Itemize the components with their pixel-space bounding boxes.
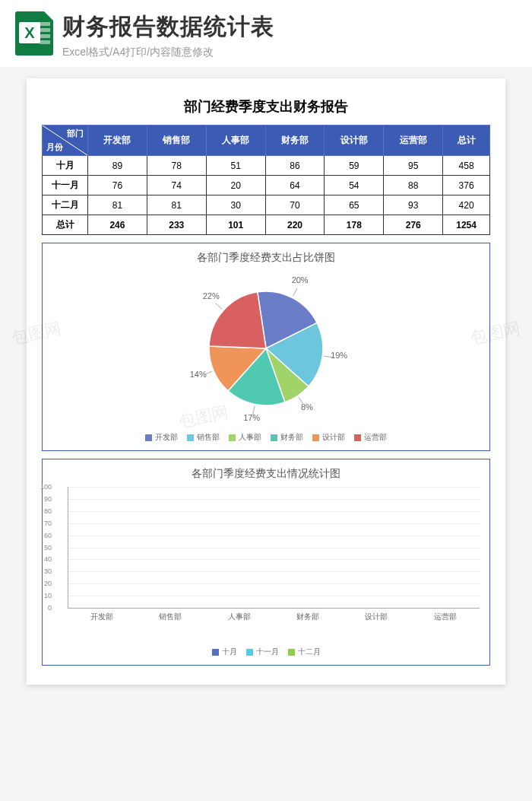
bar-chart-box: 各部门季度经费支出情况统计图 0102030405060708090100 开发…	[42, 459, 490, 666]
legend-label: 人事部	[239, 432, 261, 443]
pie-chart-box: 各部门季度经费支出占比饼图 20%19%8%17%14%22% 开发部销售部人事…	[42, 243, 490, 451]
cell: 95	[384, 156, 443, 176]
legend-label: 财务部	[280, 432, 303, 443]
legend-swatch	[271, 434, 277, 441]
cell: 233	[147, 215, 206, 235]
cell: 89	[88, 156, 147, 176]
excel-icon-letter: X	[19, 22, 40, 43]
legend-item: 十月	[212, 647, 237, 657]
legend-item: 人事部	[229, 432, 261, 443]
cell: 59	[325, 156, 384, 176]
col-header: 设计部	[325, 126, 384, 156]
cell: 81	[147, 195, 206, 215]
cell: 1254	[443, 215, 490, 235]
cell: 78	[147, 156, 206, 176]
y-tick: 100	[40, 483, 52, 491]
y-tick: 90	[44, 495, 52, 503]
bar-legend: 十月十一月十二月	[49, 647, 483, 657]
cell: 276	[384, 215, 443, 235]
pie-chart: 20%19%8%17%14%22%	[167, 272, 365, 424]
table-row: 十二月818130706593420	[43, 195, 490, 215]
cell: 86	[265, 156, 325, 176]
cell: 51	[206, 156, 265, 176]
y-tick: 30	[44, 567, 52, 575]
cell: 220	[265, 215, 325, 235]
cell: 20	[206, 176, 265, 195]
pie-label: 19%	[331, 351, 347, 360]
cell: 88	[384, 176, 443, 195]
cell: 93	[384, 195, 443, 215]
legend-swatch	[145, 434, 152, 441]
row-header: 总计	[43, 215, 88, 235]
document-page: 部门经费季度支出财务报告 部门 月份 开发部 销售部 人事部 财务部 设计部 运…	[27, 78, 505, 685]
corner-dept-label: 部门	[67, 128, 84, 139]
legend-item: 运营部	[354, 432, 387, 443]
legend-swatch	[187, 434, 194, 441]
legend-item: 十一月	[246, 647, 279, 657]
legend-item: 财务部	[271, 432, 303, 443]
cell: 420	[443, 195, 490, 215]
col-header: 总计	[443, 126, 490, 156]
y-tick: 70	[44, 520, 52, 527]
pie-legend: 开发部销售部人事部财务部设计部运营部	[49, 432, 483, 443]
legend-label: 十二月	[298, 647, 321, 657]
cell: 30	[206, 195, 265, 215]
col-header: 运营部	[384, 126, 443, 156]
y-tick: 10	[44, 592, 52, 599]
y-tick: 80	[44, 507, 52, 515]
legend-label: 十月	[222, 647, 237, 657]
pie-chart-title: 各部门季度经费支出占比饼图	[49, 251, 483, 265]
cell: 178	[325, 215, 384, 235]
template-header: X 财务报告数据统计表 Excel格式/A4打印/内容随意修改	[0, 0, 532, 67]
legend-swatch	[212, 649, 219, 656]
legend-item: 销售部	[187, 432, 220, 443]
template-subtitle: Excel格式/A4打印/内容随意修改	[62, 46, 274, 59]
cell: 74	[147, 176, 206, 195]
svg-line-1	[293, 288, 297, 297]
table-row: 总计2462331012201782761254	[43, 215, 490, 235]
row-header: 十二月	[43, 195, 88, 215]
legend-swatch	[229, 434, 236, 441]
pie-label: 17%	[243, 413, 260, 422]
legend-label: 十一月	[256, 647, 279, 657]
col-header: 财务部	[265, 126, 325, 156]
table-row: 十月897851865995458	[43, 156, 490, 176]
bar-chart: 0102030405060708090100	[68, 487, 480, 609]
x-label: 设计部	[342, 612, 410, 622]
legend-item: 设计部	[312, 432, 345, 443]
y-tick: 40	[44, 555, 52, 563]
y-tick: 0	[48, 604, 52, 612]
y-tick: 50	[44, 544, 52, 551]
legend-swatch	[354, 434, 361, 441]
excel-icon: X	[15, 11, 53, 56]
report-title: 部门经费季度支出财务报告	[42, 97, 490, 116]
template-title: 财务报告数据统计表	[62, 11, 274, 43]
legend-label: 销售部	[197, 432, 220, 443]
bar-chart-title: 各部门季度经费支出情况统计图	[49, 467, 483, 481]
cell: 65	[325, 195, 384, 215]
x-label: 财务部	[274, 612, 342, 622]
x-label: 开发部	[68, 612, 136, 622]
cell: 64	[265, 176, 325, 195]
cell: 54	[325, 176, 384, 195]
cell: 81	[88, 195, 147, 215]
x-label: 人事部	[205, 612, 274, 622]
legend-swatch	[288, 649, 295, 656]
cell: 458	[443, 156, 490, 176]
legend-label: 开发部	[155, 432, 178, 443]
pie-label: 22%	[203, 291, 220, 300]
y-tick: 60	[44, 532, 52, 539]
col-header: 人事部	[206, 126, 265, 156]
table-corner-cell: 部门 月份	[43, 126, 88, 156]
cell: 246	[88, 215, 147, 235]
table-row: 十一月767420645488376	[43, 176, 490, 195]
pie-label: 14%	[190, 370, 207, 379]
legend-swatch	[246, 649, 253, 656]
x-label: 销售部	[136, 612, 204, 622]
y-tick: 20	[44, 580, 52, 587]
cell: 101	[206, 215, 265, 235]
pie-label: 20%	[292, 275, 309, 284]
cell: 376	[443, 176, 490, 195]
data-table: 部门 月份 开发部 销售部 人事部 财务部 设计部 运营部 总计 十月89785…	[42, 125, 490, 235]
svg-line-6	[216, 304, 223, 310]
